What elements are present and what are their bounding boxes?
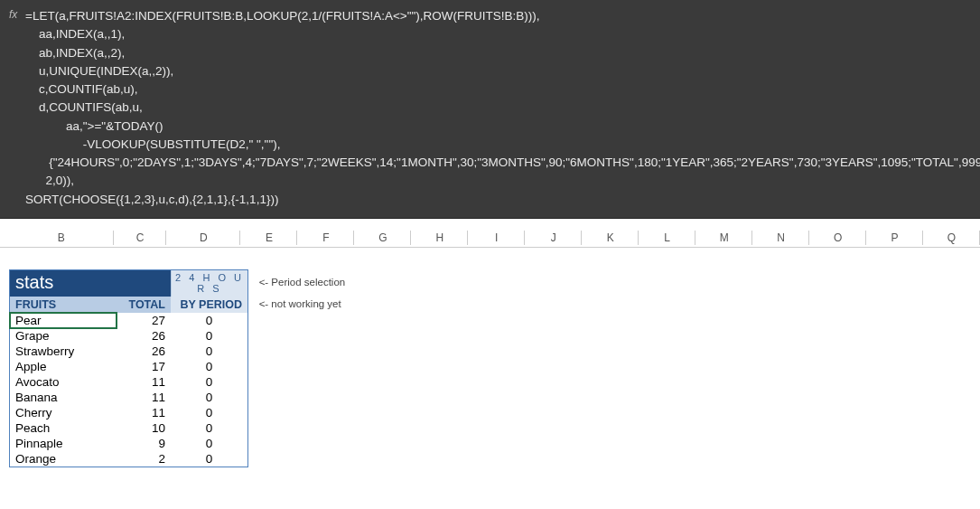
cell-byperiod[interactable]: 0 xyxy=(171,374,247,390)
fx-icon[interactable]: fx xyxy=(9,7,18,21)
col-head-d[interactable]: D xyxy=(166,228,240,247)
annotations: <- Period selection <- not working yet xyxy=(259,269,346,314)
col-head-k[interactable]: K xyxy=(582,228,639,247)
cell-total[interactable]: 17 xyxy=(117,359,171,374)
table-row: Apple 17 0 xyxy=(10,359,247,374)
table-row: Peach 10 0 xyxy=(10,420,247,436)
col-head-h[interactable]: H xyxy=(411,228,468,247)
cell-fruit[interactable]: Avocato xyxy=(10,374,117,390)
cell-total[interactable]: 26 xyxy=(117,328,171,344)
table-row: Grape 26 0 xyxy=(10,328,247,344)
sheet-area: stats 2 4 H O U R S FRUITS TOTAL BY PERI… xyxy=(0,248,980,467)
col-head-e[interactable]: E xyxy=(240,228,297,247)
cell-total[interactable]: 2 xyxy=(117,451,171,467)
header-fruits[interactable]: FRUITS xyxy=(10,297,117,313)
cell-total[interactable]: 27 xyxy=(117,313,171,328)
table-row: Pinnaple 9 0 xyxy=(10,436,247,451)
cell-fruit[interactable]: Peach xyxy=(10,420,117,436)
cell-total[interactable]: 26 xyxy=(117,344,171,359)
table-row: Cherry 11 0 xyxy=(10,405,247,420)
cell-byperiod[interactable]: 0 xyxy=(171,436,247,451)
active-cell[interactable]: Pear xyxy=(10,313,117,328)
cell-total[interactable]: 11 xyxy=(117,374,171,390)
stats-header-row: FRUITS TOTAL BY PERIOD xyxy=(10,297,247,313)
formula-bar: fx =LET(a,FRUITS!A2:INDEX(FRUITS!B:B,LOO… xyxy=(0,0,980,219)
cell-byperiod[interactable]: 0 xyxy=(171,359,247,374)
col-head-m[interactable]: M xyxy=(695,228,752,247)
col-head-p[interactable]: P xyxy=(866,228,923,247)
col-head-g[interactable]: G xyxy=(354,228,411,247)
annot-period: <- Period selection xyxy=(259,269,346,295)
cell-byperiod[interactable]: 0 xyxy=(171,390,247,405)
cell-byperiod[interactable]: 0 xyxy=(171,344,247,359)
col-head-i[interactable]: I xyxy=(468,228,525,247)
stats-table: stats 2 4 H O U R S FRUITS TOTAL BY PERI… xyxy=(9,269,248,467)
table-row: Banana 11 0 xyxy=(10,390,247,405)
cell-fruit[interactable]: Strawberry xyxy=(10,344,117,359)
table-row: Avocato 11 0 xyxy=(10,374,247,390)
cell-byperiod[interactable]: 0 xyxy=(171,313,247,328)
cell-fruit[interactable]: Cherry xyxy=(10,405,117,420)
table-row: Pear 27 0 xyxy=(10,313,247,328)
cell-fruit[interactable]: Apple xyxy=(10,359,117,374)
cell-fruit[interactable]: Pinnaple xyxy=(10,436,117,451)
col-head-l[interactable]: L xyxy=(639,228,695,247)
column-headers: B C D E F G H I J K L M N O P Q xyxy=(0,228,980,248)
annot-header: <- not working yet xyxy=(259,295,346,314)
header-total[interactable]: TOTAL xyxy=(117,297,171,313)
cell-byperiod[interactable]: 0 xyxy=(171,328,247,344)
cell-fruit[interactable]: Banana xyxy=(10,390,117,405)
col-head-c[interactable]: C xyxy=(114,228,166,247)
col-head-n[interactable]: N xyxy=(752,228,809,247)
col-head-b[interactable]: B xyxy=(9,228,114,247)
header-by-period[interactable]: BY PERIOD xyxy=(171,297,247,313)
table-row: Orange 2 0 xyxy=(10,451,247,467)
cell-byperiod[interactable]: 0 xyxy=(171,405,247,420)
cell-byperiod[interactable]: 0 xyxy=(171,420,247,436)
col-head-j[interactable]: J xyxy=(525,228,582,247)
formula-text[interactable]: =LET(a,FRUITS!A2:INDEX(FRUITS!B:B,LOOKUP… xyxy=(25,7,980,209)
table-row: Strawberry 26 0 xyxy=(10,344,247,359)
cell-total[interactable]: 10 xyxy=(117,420,171,436)
col-head-f[interactable]: F xyxy=(297,228,354,247)
cell-fruit[interactable]: Orange xyxy=(10,451,117,467)
period-selection-cell[interactable]: 2 4 H O U R S xyxy=(171,270,247,297)
cell-fruit[interactable]: Grape xyxy=(10,328,117,344)
stats-title[interactable]: stats xyxy=(10,270,171,297)
col-head-o[interactable]: O xyxy=(809,228,866,247)
col-head-q[interactable]: Q xyxy=(923,228,980,247)
cell-byperiod[interactable]: 0 xyxy=(171,451,247,467)
cell-total[interactable]: 11 xyxy=(117,405,171,420)
cell-total[interactable]: 9 xyxy=(117,436,171,451)
cell-total[interactable]: 11 xyxy=(117,390,171,405)
